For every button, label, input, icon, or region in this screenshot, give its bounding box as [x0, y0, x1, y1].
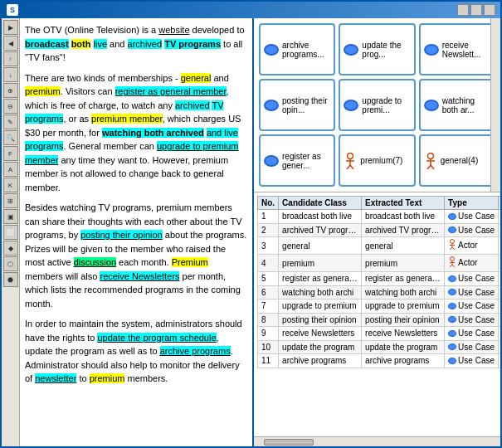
cell-type: Use Case — [445, 354, 499, 368]
table-area[interactable]: No. Candidate Class Extracted Text Type … — [254, 192, 500, 436]
toolbar-btn-14[interactable]: ⬣ — [3, 272, 18, 287]
uc-dot-icon — [448, 303, 456, 309]
cell-type: Use Case — [445, 299, 499, 314]
cell-type: Use Case — [445, 272, 499, 286]
toolbar-btn-5[interactable]: ⊕ — [3, 83, 18, 98]
scrollbar-thumb[interactable] — [264, 439, 314, 446]
cell-candidate: broadcast both live — [279, 210, 362, 224]
table-row[interactable]: 3 general general Actor Actor — [258, 237, 501, 255]
uc-icon-0 — [264, 44, 279, 56]
type-badge-uc: Use Case — [448, 301, 495, 310]
cell-candidate: archived TV programs — [279, 223, 362, 237]
toolbar-btn-9[interactable]: ⊞ — [3, 193, 18, 208]
toolbar-btn-4[interactable]: ↓ — [3, 67, 18, 82]
cell-candidate: premium — [279, 255, 362, 272]
toolbar-btn-k[interactable]: K — [3, 178, 18, 192]
toolbar-btn-7[interactable]: ✎ — [3, 114, 18, 129]
cell-extracted: archived TV programs — [362, 223, 445, 237]
uc-icon-2 — [424, 44, 439, 56]
text-panel[interactable]: The OTV (Online Television) is a website… — [20, 18, 254, 446]
toolbar-btn-11[interactable]: ⬜ — [3, 225, 18, 240]
type-badge-uc: Use Case — [448, 343, 495, 352]
svg-point-0 — [348, 153, 353, 158]
diagram-cell-7[interactable]: premium(7) — [339, 134, 415, 187]
table-row[interactable]: 4 premium premium Actor Actor — [258, 255, 501, 272]
cell-class: Use Case — [499, 272, 500, 286]
diagram-cell-label-4: upgrade to premi... — [362, 96, 410, 114]
type-badge-uc: Use Case — [448, 274, 495, 283]
cell-no: 2 — [258, 223, 279, 237]
svg-line-9 — [431, 165, 434, 169]
table-row[interactable]: 7 upgrade to premium upgrade to premium … — [258, 299, 501, 314]
cell-no: 9 — [258, 327, 279, 341]
diagram-cell-1[interactable]: update the prog... — [339, 23, 415, 75]
toolbar-btn-3[interactable]: ↑ — [3, 51, 18, 66]
toolbar-btn-2[interactable]: ◀ — [3, 36, 18, 51]
diagram-cell-label-7: premium(7) — [360, 156, 402, 165]
cell-type: Use Case — [445, 210, 499, 224]
cell-extracted: archive programs — [362, 354, 445, 368]
diagram-cell-8[interactable]: general(4) — [419, 134, 495, 187]
actor-small-icon — [448, 256, 456, 268]
cell-type: Use Case — [445, 340, 499, 354]
diagram-cell-label-0: archive programs... — [282, 41, 330, 59]
table-row[interactable]: 2 archived TV programs archived TV progr… — [258, 223, 501, 237]
uc-icon-5 — [424, 100, 439, 111]
cell-candidate: update the program — [279, 340, 362, 354]
cell-no: 6 — [258, 285, 279, 299]
uc-icon-1 — [344, 44, 358, 56]
toolbar-btn-10[interactable]: ▣ — [3, 209, 18, 224]
svg-line-8 — [427, 165, 431, 169]
uc-dot-icon — [448, 213, 456, 220]
title-bar: S — [2, 2, 500, 18]
diagram-scrollbar[interactable] — [490, 18, 500, 192]
toolbar-btn-6[interactable]: ⊖ — [3, 99, 18, 114]
svg-line-14 — [452, 247, 455, 250]
svg-point-15 — [451, 257, 455, 261]
cell-extracted: upgrade to premium — [362, 299, 445, 314]
horizontal-scrollbar[interactable] — [254, 436, 500, 446]
cell-class: Use Case — [499, 354, 500, 368]
col-no: No. — [258, 197, 279, 210]
title-buttons[interactable] — [457, 4, 495, 16]
uc-dot-icon — [448, 330, 456, 337]
type-badge-uc: Use Case — [448, 356, 495, 365]
maximize-button[interactable] — [470, 4, 482, 16]
diagram-cell-label-5: watching both ar... — [442, 96, 490, 114]
table-row[interactable]: 5 register as general m register as gene… — [258, 272, 501, 286]
toolbar-btn-12[interactable]: ◆ — [3, 241, 18, 256]
toolbar-btn-13[interactable]: ⬡ — [3, 256, 18, 271]
table-row[interactable]: 11 archive programs archive programs Use… — [258, 354, 501, 368]
minimize-button[interactable] — [457, 4, 469, 16]
toolbar-btn-1[interactable]: ▶ — [3, 20, 18, 35]
toolbar-btn-a[interactable]: A — [3, 162, 18, 177]
diagram-cell-label-2: receive Newslett... — [442, 41, 490, 59]
diagram-cell-6[interactable]: register as gener... — [259, 134, 335, 187]
svg-line-3 — [347, 165, 350, 169]
diagram-cell-5[interactable]: watching both ar... — [419, 79, 495, 131]
table-row[interactable]: 6 watching both archi watching both arch… — [258, 285, 501, 299]
svg-line-13 — [450, 247, 452, 250]
diagram-cell-3[interactable]: posting their opin... — [259, 79, 335, 131]
table-row[interactable]: 1 broadcast both live broadcast both liv… — [258, 210, 501, 224]
close-button[interactable] — [484, 4, 495, 16]
cell-type: Use Case — [445, 285, 499, 299]
svg-point-5 — [427, 153, 433, 158]
cell-candidate: receive Newsletters — [279, 327, 362, 341]
table-row[interactable]: 8 posting their opinion posting their op… — [258, 313, 501, 327]
type-badge-uc: Use Case — [448, 288, 495, 297]
main-content: ▶ ◀ ↑ ↓ ⊕ ⊖ ✎ 🔍 F A K ⊞ ▣ ⬜ ◆ ⬡ ⬣ The OT… — [2, 18, 500, 446]
diagram-cell-4[interactable]: upgrade to premi... — [339, 79, 415, 131]
cell-no: 7 — [258, 299, 279, 314]
cell-type: Use Case — [445, 327, 499, 341]
table-row[interactable]: 10 update the program update the program… — [258, 340, 501, 354]
cell-type: Actor — [445, 237, 499, 255]
toolbar-btn-8[interactable]: 🔍 — [3, 130, 18, 145]
data-table: No. Candidate Class Extracted Text Type … — [257, 196, 500, 368]
table-row[interactable]: 9 receive Newsletters receive Newsletter… — [258, 327, 501, 341]
toolbar-btn-f[interactable]: F — [3, 146, 18, 161]
cell-class: Use Case — [499, 285, 500, 299]
diagram-cell-2[interactable]: receive Newslett... — [419, 23, 495, 75]
diagram-cell-0[interactable]: archive programs... — [259, 23, 335, 75]
cell-class: Use Case — [499, 223, 500, 237]
